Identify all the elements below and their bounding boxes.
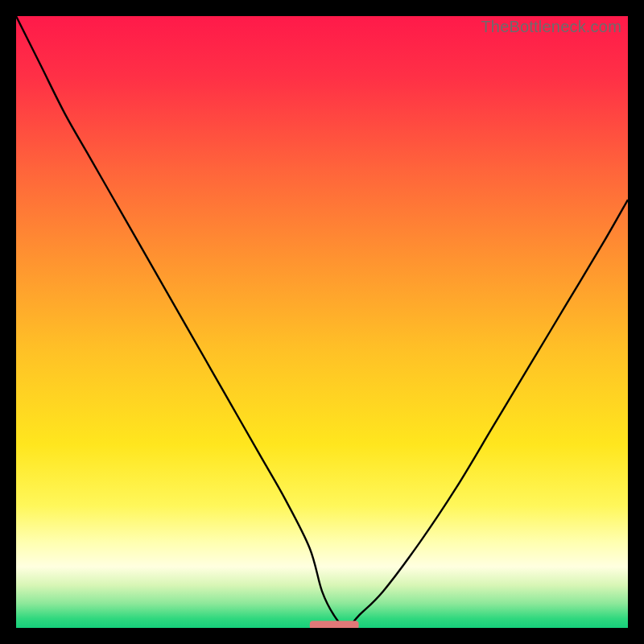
watermark-text: TheBottleneck.com: [481, 18, 621, 36]
chart-frame: TheBottleneck.com: [8, 8, 636, 636]
gradient-background: [16, 16, 628, 628]
optimal-marker: [310, 621, 359, 628]
bottleneck-chart: [16, 16, 628, 628]
plot-area: [16, 16, 628, 628]
